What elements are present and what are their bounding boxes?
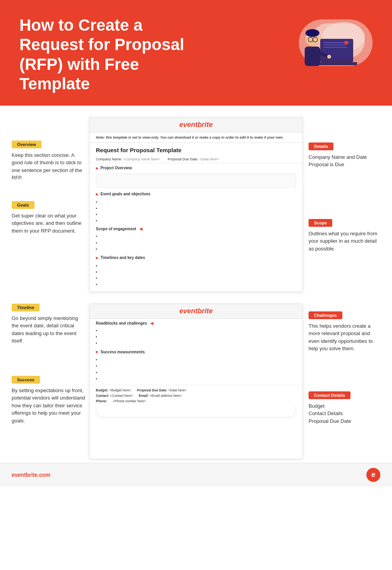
svg-point-9 [305,29,319,37]
challenges-badge: Challenges [309,311,342,319]
success-label: Success measurements [101,350,145,354]
scope-badge: Scope [309,219,332,227]
right-annotations-1: Details Company Name and Date Proposal i… [303,117,380,292]
challenges-annotation: Challenges This helps vendors create a m… [309,311,380,353]
event-goals-header: ▸ Event goals and objectives [90,189,302,198]
proposal-value: <Date here> [199,157,219,161]
scope-text: Outlines what you require from your supp… [309,230,380,253]
timeline-annotation: Timeline Go beyond simply mentioning the… [12,304,85,345]
timeline-bullet-3 [101,275,296,281]
doc-note-text: this template is set to view-only. You c… [106,136,284,139]
right-annotations-2: Challenges This helps vendors create a m… [303,304,380,459]
doc-fields-row: Company Name: <Company name here> Propos… [90,156,302,163]
roadblocks-bullets [90,327,302,347]
bullet-4: ▸ [96,349,98,355]
header-text-area: How to Create a Request for Proposal (RF… [19,16,283,94]
left-annotations-2: Timeline Go beyond simply mentioning the… [12,304,89,459]
bullet-3: ▸ [96,255,98,261]
contact-details-text: Budget Contact Details Proposal Due Date [309,402,380,425]
company-label: Company Name: [96,157,122,161]
goals-annotation: Goals Get super clear on what your objec… [12,201,85,235]
details-badge: Details [309,142,333,150]
contact-field: Contact: <Contact here> [96,394,133,398]
goals-bullet-1 [101,199,296,205]
doc-brand-2: eventbrite [96,307,296,315]
goals-bullet-4 [101,217,296,224]
roadblocks-label: Roadblocks and challenges [96,321,147,325]
page-header: How to Create a Request for Proposal (RF… [0,0,392,106]
bottom-curve [96,406,296,418]
doc-brand-1: eventbrite [96,121,296,129]
footer-bar: eventbrite.com e [0,463,392,487]
goals-bullet-3 [101,211,296,217]
project-overview-label: Project Overview [101,166,132,170]
goals-text: Get super clear on what your objectives … [12,212,85,235]
scope-annotation: Scope Outlines what you require from you… [309,219,380,253]
success-annotation: Success By setting expectations up front… [12,376,85,425]
timeline-bullet-1 [101,262,296,269]
contact-details-annotation: Contact Details Budget Contact Details P… [309,391,380,425]
doc-mockup-1: eventbrite Note: this template is set to… [89,117,303,292]
budget-label: Budget: <Budget here> [96,388,131,392]
doc-section-1: Overview Keep this section concise. A go… [0,113,392,296]
success-bullet-1 [101,356,296,363]
success-bullet-3 [101,369,296,375]
success-badge: Success [12,376,40,384]
timeline-badge: Timeline [12,304,40,311]
page-title: How to Create a Request for Proposal (RF… [19,16,206,94]
svg-rect-14 [305,47,320,66]
event-goals-label: Event goals and objectives [101,192,150,196]
details-text: Company Name and Date Proposal is Due [309,153,380,169]
email-field: Email: <Email address here> [139,394,182,398]
overview-annotation: Overview Keep this section concise. A go… [12,141,85,182]
details-annotation: Details Company Name and Date Proposal i… [309,142,380,169]
footer-icon: e [366,468,380,482]
doc-header-2: eventbrite [90,304,302,319]
footer-icon-letter: e [371,471,375,479]
doc-mockup-2: eventbrite Roadblocks and challenges ◀ ▸… [89,304,303,459]
scope-bullet-2 [101,240,296,246]
svg-point-6 [344,41,348,45]
phone-row: Phone: <Phone number here> [90,398,302,404]
svg-point-13 [312,41,314,43]
scope-bullet-3 [101,246,296,252]
overview-text: Keep this section concise. A good rule o… [12,151,85,182]
contact-details-badge: Contact Details [309,391,350,399]
roadblocks-bullet-2 [101,334,296,340]
roadblocks-arrow: ◀ [150,321,153,325]
scope-header: Scope of engagement ◀ [90,224,302,232]
overview-badge: Overview [12,141,42,148]
left-annotations-1: Overview Keep this section concise. A go… [12,117,89,292]
company-field: Company Name: <Company name here> [96,157,160,161]
success-bullet-2 [101,363,296,369]
contact-row: Contact: <Contact here> Email: <Email ad… [90,393,302,398]
project-overview-header: ▸ Project Overview [90,163,302,172]
scope-bullets [90,232,302,253]
timeline-bullet-2 [101,269,296,275]
roadblocks-bullet-3 [101,340,296,346]
goals-badge: Goals [12,201,35,209]
doc-title-area: Request for Proposal Template [90,143,302,156]
contact-info-area: Budget: <Budget here> Proposal Due Date:… [90,385,302,404]
doc-note: Note: this template is set to view-only.… [90,132,302,143]
proposal-date-row: Proposal Due Date: <Date here> [137,388,187,392]
challenges-text: This helps vendors create a more relevan… [309,322,380,353]
success-text: By setting expectations up front, potent… [12,387,85,425]
doc-header-1: eventbrite [90,118,302,132]
roadblocks-header: Roadblocks and challenges ◀ [90,319,302,327]
scope-bullet-1 [101,233,296,239]
doc-note-bold: Note: [96,136,105,139]
timelines-bullets [90,262,302,292]
scope-arrow: ◀ [139,227,142,231]
svg-point-16 [327,55,331,59]
success-bullets [90,356,302,382]
proposal-label: Proposal Due Date: [168,157,198,161]
header-illustration [283,16,373,82]
proposal-field: Proposal Due Date: <Date here> [168,157,219,161]
timeline-bullet-4 [101,281,296,287]
goals-bullet-2 [101,205,296,211]
bullet-2: ▸ [96,191,98,197]
main-content: Overview Keep this section concise. A go… [0,106,392,494]
doc-section-2: Timeline Go beyond simply mentioning the… [0,300,392,463]
bullet-1: ▸ [96,165,98,171]
